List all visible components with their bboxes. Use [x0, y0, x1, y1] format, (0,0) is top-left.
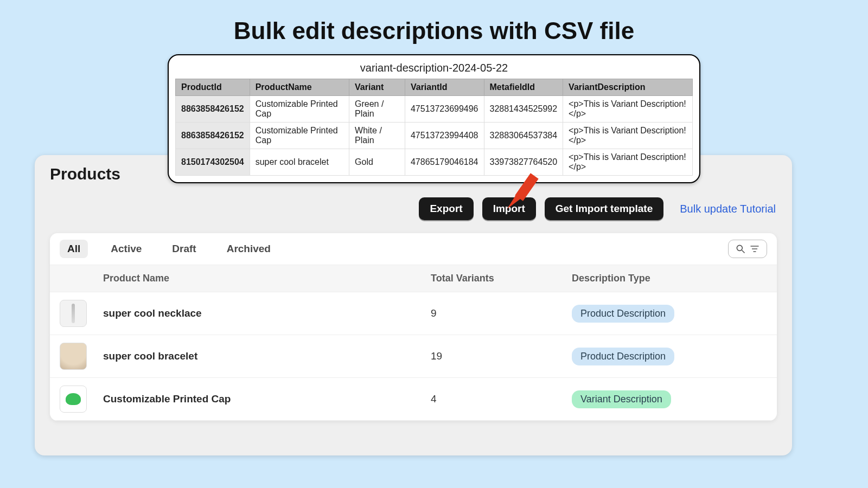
csv-cell: White / Plain	[349, 123, 405, 149]
svg-point-2	[737, 245, 742, 251]
product-row[interactable]: Customizable Printed Cap 4 Variant Descr…	[50, 378, 777, 421]
description-type-badge: Product Description	[572, 348, 674, 365]
product-variants: 9	[431, 307, 572, 319]
csv-cell: 47865179046184	[405, 149, 484, 176]
csv-row: 8863858426152 Customizable Printed Cap G…	[176, 96, 693, 123]
csv-header-row: ProductId ProductName Variant VariantId …	[176, 79, 693, 96]
csv-cell: 47513723699496	[405, 96, 484, 123]
action-row: Export Import Get Import template Bulk u…	[50, 188, 777, 231]
product-thumbnail	[60, 343, 87, 370]
tab-all[interactable]: All	[60, 240, 88, 258]
search-icon	[735, 243, 746, 254]
csv-cell: <p>This is Variant Description!</p>	[563, 149, 693, 176]
tabs-row: All Active Draft Archived	[50, 233, 777, 265]
csv-cell: 33973827764520	[484, 149, 563, 176]
svg-line-3	[742, 251, 745, 253]
product-variants: 4	[431, 393, 572, 405]
csv-cell: Gold	[349, 149, 405, 176]
csv-header: VariantDescription	[563, 79, 693, 96]
products-panel: Products Export Import Get Import templa…	[35, 155, 792, 455]
csv-cell: Customizable Printed Cap	[250, 123, 349, 149]
tab-draft[interactable]: Draft	[164, 240, 203, 258]
product-thumbnail	[60, 386, 87, 413]
bulk-update-tutorial-link[interactable]: Bulk update Tutorial	[680, 203, 776, 215]
csv-preview-card: variant-description-2024-05-22 ProductId…	[168, 54, 700, 183]
csv-header: Variant	[349, 79, 405, 96]
csv-cell: 8863858426152	[176, 96, 250, 123]
csv-header: ProductId	[176, 79, 250, 96]
product-variants: 19	[431, 350, 572, 362]
csv-table: ProductId ProductName Variant VariantId …	[175, 79, 693, 176]
csv-cell: <p>This is Variant Description!</p>	[563, 123, 693, 149]
page-title: Bulk edit descriptions with CSV file	[0, 0, 868, 54]
product-name: super cool bracelet	[103, 350, 431, 362]
description-type-badge: Product Description	[572, 305, 674, 323]
csv-row: 8150174302504 super cool bracelet Gold 4…	[176, 149, 693, 176]
product-name: super cool necklace	[103, 307, 431, 319]
csv-cell: Customizable Printed Cap	[250, 96, 349, 123]
product-row[interactable]: super cool necklace 9 Product Descriptio…	[50, 292, 777, 335]
filter-icon	[749, 243, 760, 254]
csv-cell: 32881434525992	[484, 96, 563, 123]
product-row[interactable]: super cool bracelet 19 Product Descripti…	[50, 335, 777, 378]
csv-cell: super cool bracelet	[250, 149, 349, 176]
tab-active[interactable]: Active	[103, 240, 149, 258]
csv-cell: 47513723994408	[405, 123, 484, 149]
export-button[interactable]: Export	[419, 197, 473, 220]
col-total-variants: Total Variants	[431, 273, 572, 284]
product-thumbnail	[60, 300, 87, 327]
csv-header: MetafieldId	[484, 79, 563, 96]
list-header: Product Name Total Variants Description …	[50, 265, 777, 292]
col-description-type: Description Type	[572, 273, 767, 284]
col-product-name: Product Name	[103, 273, 431, 284]
csv-row: 8863858426152 Customizable Printed Cap W…	[176, 123, 693, 149]
csv-header: ProductName	[250, 79, 349, 96]
csv-cell: 32883064537384	[484, 123, 563, 149]
csv-cell: Green / Plain	[349, 96, 405, 123]
product-list-card: All Active Draft Archived Produ	[50, 233, 777, 421]
tab-archived[interactable]: Archived	[219, 240, 278, 258]
csv-cell: 8863858426152	[176, 123, 250, 149]
csv-cell: 8150174302504	[176, 149, 250, 176]
description-type-badge: Variant Description	[572, 390, 671, 408]
product-name: Customizable Printed Cap	[103, 393, 431, 405]
csv-header: VariantId	[405, 79, 484, 96]
csv-cell: <p>This is Variant Description!</p>	[563, 96, 693, 123]
csv-filename: variant-description-2024-05-22	[175, 61, 693, 79]
get-template-button[interactable]: Get Import template	[545, 197, 663, 220]
search-filter-button[interactable]	[728, 240, 767, 258]
import-button[interactable]: Import	[482, 197, 536, 220]
